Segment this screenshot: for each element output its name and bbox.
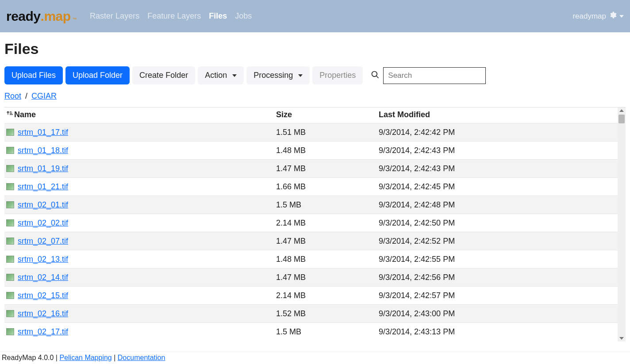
chevron-down-icon — [232, 74, 237, 77]
create-folder-button[interactable]: Create Folder — [132, 66, 195, 84]
gear-icon — [609, 11, 617, 21]
table-row[interactable]: srtm_02_15.tif2.14 MB9/3/2014, 2:42:57 P… — [4, 286, 626, 304]
file-link[interactable]: srtm_02_15.tif — [18, 291, 68, 300]
nav-files[interactable]: Files — [209, 11, 227, 21]
file-rows: srtm_01_17.tif1.51 MB9/3/2014, 2:42:42 P… — [4, 123, 626, 341]
logo-dot: . — [41, 9, 44, 24]
raster-file-icon — [6, 219, 14, 226]
column-header-modified[interactable]: Last Modified — [379, 110, 624, 119]
file-link[interactable]: srtm_02_16.tif — [18, 309, 68, 318]
file-modified: 9/3/2014, 2:42:57 PM — [379, 291, 624, 300]
file-size: 1.48 MB — [276, 146, 379, 155]
footer-sep: | — [54, 354, 59, 361]
svg-point-0 — [372, 71, 377, 77]
table-row[interactable]: srtm_02_01.tif1.5 MB9/3/2014, 2:42:48 PM — [4, 195, 626, 214]
table-row[interactable]: srtm_01_21.tif1.66 MB9/3/2014, 2:42:45 P… — [4, 177, 626, 195]
svg-line-1 — [376, 76, 379, 78]
raster-file-icon — [6, 292, 14, 299]
raster-file-icon — [6, 274, 14, 281]
raster-file-icon — [6, 201, 14, 208]
scrollbar[interactable] — [618, 107, 626, 341]
file-link[interactable]: srtm_02_02.tif — [18, 218, 68, 228]
file-size: 2.14 MB — [276, 218, 379, 228]
file-link[interactable]: srtm_02_13.tif — [18, 255, 68, 264]
top-navbar: ready.map™ Raster Layers Feature Layers … — [0, 0, 630, 32]
footer-sep: | — [112, 354, 118, 361]
sort-asc-icon — [6, 110, 13, 119]
raster-file-icon — [6, 129, 14, 136]
raster-file-icon — [6, 238, 14, 245]
processing-dropdown[interactable]: Processing — [246, 66, 310, 84]
page-content: Files Upload Files Upload Folder Create … — [0, 32, 630, 341]
table-row[interactable]: srtm_02_14.tif1.47 MB9/3/2014, 2:42:56 P… — [4, 268, 626, 286]
logo-tm: ™ — [73, 17, 77, 22]
upload-folder-button[interactable]: Upload Folder — [65, 66, 130, 84]
file-modified: 9/3/2014, 2:42:48 PM — [379, 200, 624, 210]
col-name-label: Name — [14, 110, 36, 119]
processing-label: Processing — [254, 71, 293, 80]
logo[interactable]: ready.map™ — [6, 9, 77, 24]
nav-feature-layers[interactable]: Feature Layers — [147, 11, 201, 21]
file-modified: 9/3/2014, 2:42:56 PM — [379, 273, 624, 282]
table-row[interactable]: srtm_01_18.tif1.48 MB9/3/2014, 2:42:43 P… — [4, 141, 626, 159]
raster-file-icon — [6, 328, 14, 335]
chevron-down-icon — [619, 15, 624, 18]
file-modified: 9/3/2014, 2:42:50 PM — [379, 218, 624, 228]
properties-button: Properties — [312, 66, 363, 84]
scroll-down-icon[interactable] — [619, 337, 624, 340]
table-row[interactable]: srtm_02_16.tif1.52 MB9/3/2014, 2:43:00 P… — [4, 304, 626, 322]
logo-ready: ready — [6, 9, 41, 24]
user-menu[interactable]: readymap — [572, 11, 624, 21]
file-link[interactable]: srtm_01_18.tif — [18, 146, 68, 155]
file-link[interactable]: srtm_02_14.tif — [18, 273, 68, 282]
search-input[interactable] — [383, 67, 486, 84]
file-modified: 9/3/2014, 2:42:43 PM — [379, 164, 624, 173]
file-modified: 9/3/2014, 2:42:42 PM — [379, 128, 624, 137]
raster-file-icon — [6, 183, 14, 190]
nav-raster-layers[interactable]: Raster Layers — [90, 11, 139, 21]
file-link[interactable]: srtm_01_17.tif — [18, 128, 68, 137]
table-row[interactable]: srtm_02_07.tif1.47 MB9/3/2014, 2:42:52 P… — [4, 232, 626, 250]
footer-version: ReadyMap 4.0.0 — [2, 354, 54, 361]
file-modified: 9/3/2014, 2:42:43 PM — [379, 146, 624, 155]
file-link[interactable]: srtm_01_19.tif — [18, 164, 68, 173]
footer-docs-link[interactable]: Documentation — [118, 354, 165, 361]
toolbar: Upload Files Upload Folder Create Folder… — [4, 66, 626, 84]
raster-file-icon — [6, 310, 14, 317]
file-size: 1.66 MB — [276, 182, 379, 192]
file-modified: 9/3/2014, 2:42:52 PM — [379, 237, 624, 246]
file-table: Name Size Last Modified srtm_01_17.tif1.… — [4, 107, 626, 341]
breadcrumb-cgiar[interactable]: CGIAR — [31, 92, 57, 100]
action-label: Action — [205, 71, 227, 80]
breadcrumb: Root / CGIAR — [4, 92, 626, 101]
column-header-name[interactable]: Name — [6, 110, 276, 119]
search-wrap — [371, 67, 486, 84]
footer-pelican-link[interactable]: Pelican Mapping — [59, 354, 111, 361]
table-row[interactable]: srtm_01_17.tif1.51 MB9/3/2014, 2:42:42 P… — [4, 123, 626, 141]
file-modified: 9/3/2014, 2:43:13 PM — [379, 327, 624, 337]
file-size: 1.5 MB — [276, 327, 379, 337]
raster-file-icon — [6, 256, 14, 263]
action-dropdown[interactable]: Action — [198, 66, 244, 84]
breadcrumb-separator: / — [25, 92, 27, 100]
table-row[interactable]: srtm_02_02.tif2.14 MB9/3/2014, 2:42:50 P… — [4, 214, 626, 232]
nav-jobs[interactable]: Jobs — [235, 11, 252, 21]
user-name: readymap — [572, 12, 606, 21]
scroll-up-icon[interactable] — [619, 109, 624, 112]
table-row[interactable]: srtm_02_17.tif1.5 MB9/3/2014, 2:43:13 PM — [4, 322, 626, 341]
column-header-size[interactable]: Size — [276, 110, 379, 119]
file-size: 1.5 MB — [276, 200, 379, 210]
file-link[interactable]: srtm_02_01.tif — [18, 200, 68, 210]
file-link[interactable]: srtm_01_21.tif — [18, 182, 68, 192]
file-link[interactable]: srtm_02_07.tif — [18, 237, 68, 246]
file-modified: 9/3/2014, 2:42:55 PM — [379, 255, 624, 264]
file-modified: 9/3/2014, 2:42:45 PM — [379, 182, 624, 192]
logo-map: map — [44, 9, 70, 24]
file-size: 1.52 MB — [276, 309, 379, 318]
table-row[interactable]: srtm_01_19.tif1.47 MB9/3/2014, 2:42:43 P… — [4, 159, 626, 177]
table-row[interactable]: srtm_02_13.tif1.48 MB9/3/2014, 2:42:55 P… — [4, 250, 626, 268]
upload-files-button[interactable]: Upload Files — [4, 66, 63, 84]
breadcrumb-root[interactable]: Root — [4, 92, 21, 100]
scrollbar-thumb[interactable] — [618, 115, 625, 123]
file-link[interactable]: srtm_02_17.tif — [18, 327, 68, 337]
